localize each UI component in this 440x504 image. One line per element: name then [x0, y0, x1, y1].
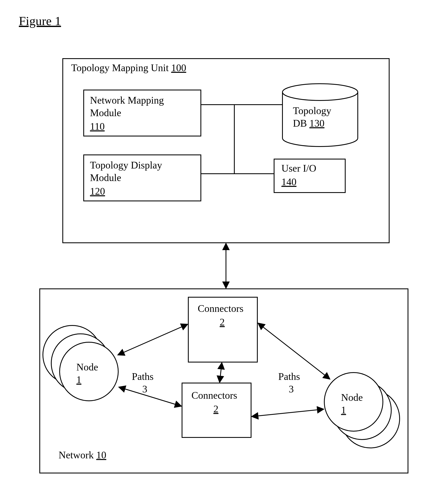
topology-mapping-unit: Topology Mapping Unit 100 Network Mappin…	[63, 59, 389, 243]
svg-text:Topology: Topology	[293, 105, 331, 116]
svg-text:Module: Module	[90, 107, 121, 118]
connectors-top: Connectors 2	[188, 297, 257, 362]
svg-text:2: 2	[213, 403, 219, 414]
svg-text:140: 140	[281, 176, 296, 187]
topology-db: Topology DB 130	[282, 84, 358, 147]
svg-text:User I/O: User I/O	[281, 163, 316, 174]
svg-text:Connectors: Connectors	[198, 303, 244, 314]
svg-text:Paths: Paths	[132, 371, 153, 382]
user-io: User I/O 140	[274, 159, 345, 193]
svg-point-13	[282, 84, 358, 100]
svg-text:DB 130: DB 130	[293, 118, 325, 129]
svg-text:1: 1	[341, 404, 346, 416]
svg-text:120: 120	[90, 186, 105, 197]
svg-text:Paths: Paths	[278, 371, 300, 382]
svg-text:3: 3	[289, 383, 294, 394]
svg-text:Network Mapping: Network Mapping	[90, 95, 164, 106]
svg-text:1: 1	[76, 374, 81, 385]
network-mapping-module: Network Mapping Module 110	[84, 90, 201, 136]
figure-title: Figure 1	[19, 14, 61, 28]
network-title: Network 10	[59, 449, 106, 461]
topology-display-module: Topology Display Module 120	[84, 155, 201, 201]
svg-text:Node: Node	[341, 392, 363, 403]
svg-text:Module: Module	[90, 172, 121, 183]
svg-text:110: 110	[90, 121, 105, 132]
connectors-bottom: Connectors 2	[182, 383, 251, 437]
topology-unit-title: Topology Mapping Unit 100	[71, 62, 186, 73]
svg-text:3: 3	[142, 383, 147, 394]
svg-text:Node: Node	[76, 362, 98, 373]
svg-text:Connectors: Connectors	[192, 390, 237, 401]
svg-text:Topology Display: Topology Display	[90, 159, 162, 171]
svg-text:2: 2	[220, 316, 225, 328]
network-container: طلبت Node 1 Node 1 Connectors 2 Connecto…	[40, 289, 408, 473]
